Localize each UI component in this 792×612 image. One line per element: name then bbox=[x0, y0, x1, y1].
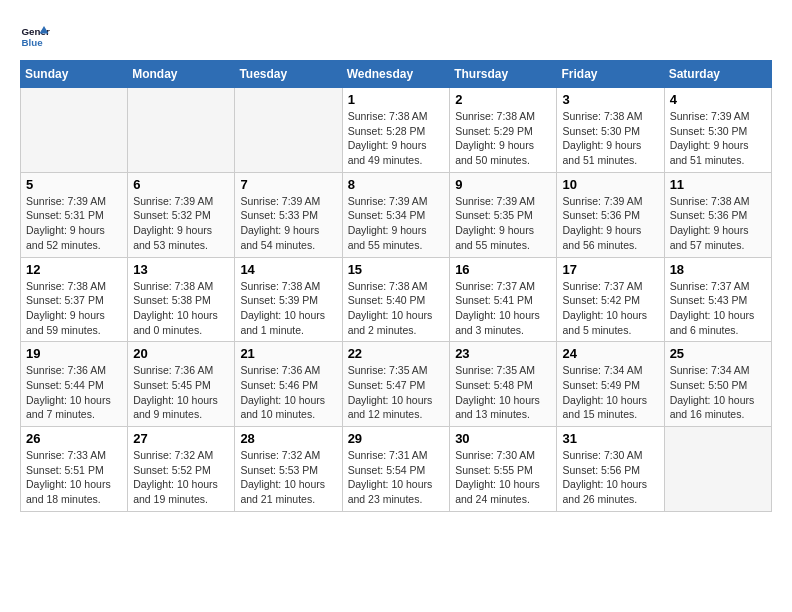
calendar-cell: 10Sunrise: 7:39 AMSunset: 5:36 PMDayligh… bbox=[557, 172, 664, 257]
day-info: Sunrise: 7:36 AMSunset: 5:45 PMDaylight:… bbox=[133, 363, 229, 422]
day-number: 3 bbox=[562, 92, 658, 107]
day-info: Sunrise: 7:38 AMSunset: 5:39 PMDaylight:… bbox=[240, 279, 336, 338]
calendar-cell: 28Sunrise: 7:32 AMSunset: 5:53 PMDayligh… bbox=[235, 427, 342, 512]
day-info: Sunrise: 7:32 AMSunset: 5:53 PMDaylight:… bbox=[240, 448, 336, 507]
day-number: 16 bbox=[455, 262, 551, 277]
day-number: 10 bbox=[562, 177, 658, 192]
day-info: Sunrise: 7:38 AMSunset: 5:36 PMDaylight:… bbox=[670, 194, 766, 253]
calendar-header-monday: Monday bbox=[128, 61, 235, 88]
logo-icon: General Blue bbox=[20, 20, 50, 50]
day-info: Sunrise: 7:35 AMSunset: 5:48 PMDaylight:… bbox=[455, 363, 551, 422]
calendar-cell: 14Sunrise: 7:38 AMSunset: 5:39 PMDayligh… bbox=[235, 257, 342, 342]
calendar-cell: 11Sunrise: 7:38 AMSunset: 5:36 PMDayligh… bbox=[664, 172, 771, 257]
day-number: 23 bbox=[455, 346, 551, 361]
day-number: 25 bbox=[670, 346, 766, 361]
calendar-cell: 5Sunrise: 7:39 AMSunset: 5:31 PMDaylight… bbox=[21, 172, 128, 257]
calendar-cell bbox=[21, 88, 128, 173]
calendar-cell: 31Sunrise: 7:30 AMSunset: 5:56 PMDayligh… bbox=[557, 427, 664, 512]
calendar-header-saturday: Saturday bbox=[664, 61, 771, 88]
calendar-week-row: 19Sunrise: 7:36 AMSunset: 5:44 PMDayligh… bbox=[21, 342, 772, 427]
calendar-table: SundayMondayTuesdayWednesdayThursdayFrid… bbox=[20, 60, 772, 512]
day-info: Sunrise: 7:39 AMSunset: 5:32 PMDaylight:… bbox=[133, 194, 229, 253]
day-number: 31 bbox=[562, 431, 658, 446]
calendar-cell: 23Sunrise: 7:35 AMSunset: 5:48 PMDayligh… bbox=[450, 342, 557, 427]
calendar-cell: 30Sunrise: 7:30 AMSunset: 5:55 PMDayligh… bbox=[450, 427, 557, 512]
calendar-cell bbox=[664, 427, 771, 512]
calendar-cell: 22Sunrise: 7:35 AMSunset: 5:47 PMDayligh… bbox=[342, 342, 450, 427]
logo: General Blue bbox=[20, 20, 50, 50]
day-number: 8 bbox=[348, 177, 445, 192]
calendar-header-tuesday: Tuesday bbox=[235, 61, 342, 88]
day-info: Sunrise: 7:38 AMSunset: 5:40 PMDaylight:… bbox=[348, 279, 445, 338]
calendar-cell: 27Sunrise: 7:32 AMSunset: 5:52 PMDayligh… bbox=[128, 427, 235, 512]
day-info: Sunrise: 7:30 AMSunset: 5:55 PMDaylight:… bbox=[455, 448, 551, 507]
day-info: Sunrise: 7:34 AMSunset: 5:50 PMDaylight:… bbox=[670, 363, 766, 422]
day-number: 22 bbox=[348, 346, 445, 361]
day-info: Sunrise: 7:33 AMSunset: 5:51 PMDaylight:… bbox=[26, 448, 122, 507]
calendar-cell: 6Sunrise: 7:39 AMSunset: 5:32 PMDaylight… bbox=[128, 172, 235, 257]
calendar-cell: 7Sunrise: 7:39 AMSunset: 5:33 PMDaylight… bbox=[235, 172, 342, 257]
calendar-cell: 3Sunrise: 7:38 AMSunset: 5:30 PMDaylight… bbox=[557, 88, 664, 173]
day-info: Sunrise: 7:37 AMSunset: 5:41 PMDaylight:… bbox=[455, 279, 551, 338]
day-number: 7 bbox=[240, 177, 336, 192]
calendar-cell: 19Sunrise: 7:36 AMSunset: 5:44 PMDayligh… bbox=[21, 342, 128, 427]
day-number: 30 bbox=[455, 431, 551, 446]
day-number: 18 bbox=[670, 262, 766, 277]
calendar-week-row: 5Sunrise: 7:39 AMSunset: 5:31 PMDaylight… bbox=[21, 172, 772, 257]
calendar-header-row: SundayMondayTuesdayWednesdayThursdayFrid… bbox=[21, 61, 772, 88]
calendar-cell: 18Sunrise: 7:37 AMSunset: 5:43 PMDayligh… bbox=[664, 257, 771, 342]
day-info: Sunrise: 7:38 AMSunset: 5:29 PMDaylight:… bbox=[455, 109, 551, 168]
calendar-header-friday: Friday bbox=[557, 61, 664, 88]
day-info: Sunrise: 7:38 AMSunset: 5:38 PMDaylight:… bbox=[133, 279, 229, 338]
calendar-cell: 9Sunrise: 7:39 AMSunset: 5:35 PMDaylight… bbox=[450, 172, 557, 257]
day-number: 13 bbox=[133, 262, 229, 277]
calendar-cell: 16Sunrise: 7:37 AMSunset: 5:41 PMDayligh… bbox=[450, 257, 557, 342]
calendar-cell: 4Sunrise: 7:39 AMSunset: 5:30 PMDaylight… bbox=[664, 88, 771, 173]
day-info: Sunrise: 7:32 AMSunset: 5:52 PMDaylight:… bbox=[133, 448, 229, 507]
day-info: Sunrise: 7:37 AMSunset: 5:42 PMDaylight:… bbox=[562, 279, 658, 338]
day-number: 1 bbox=[348, 92, 445, 107]
calendar-cell bbox=[235, 88, 342, 173]
day-number: 15 bbox=[348, 262, 445, 277]
calendar-cell: 13Sunrise: 7:38 AMSunset: 5:38 PMDayligh… bbox=[128, 257, 235, 342]
calendar-cell: 1Sunrise: 7:38 AMSunset: 5:28 PMDaylight… bbox=[342, 88, 450, 173]
calendar-cell bbox=[128, 88, 235, 173]
day-number: 6 bbox=[133, 177, 229, 192]
day-number: 28 bbox=[240, 431, 336, 446]
day-info: Sunrise: 7:38 AMSunset: 5:28 PMDaylight:… bbox=[348, 109, 445, 168]
day-number: 20 bbox=[133, 346, 229, 361]
day-number: 19 bbox=[26, 346, 122, 361]
page-header: General Blue bbox=[20, 20, 772, 50]
day-number: 9 bbox=[455, 177, 551, 192]
calendar-cell: 20Sunrise: 7:36 AMSunset: 5:45 PMDayligh… bbox=[128, 342, 235, 427]
day-info: Sunrise: 7:36 AMSunset: 5:44 PMDaylight:… bbox=[26, 363, 122, 422]
calendar-cell: 24Sunrise: 7:34 AMSunset: 5:49 PMDayligh… bbox=[557, 342, 664, 427]
day-info: Sunrise: 7:39 AMSunset: 5:31 PMDaylight:… bbox=[26, 194, 122, 253]
day-info: Sunrise: 7:35 AMSunset: 5:47 PMDaylight:… bbox=[348, 363, 445, 422]
day-number: 4 bbox=[670, 92, 766, 107]
day-info: Sunrise: 7:39 AMSunset: 5:35 PMDaylight:… bbox=[455, 194, 551, 253]
day-number: 17 bbox=[562, 262, 658, 277]
day-number: 26 bbox=[26, 431, 122, 446]
day-number: 2 bbox=[455, 92, 551, 107]
calendar-cell: 2Sunrise: 7:38 AMSunset: 5:29 PMDaylight… bbox=[450, 88, 557, 173]
day-number: 14 bbox=[240, 262, 336, 277]
day-info: Sunrise: 7:39 AMSunset: 5:30 PMDaylight:… bbox=[670, 109, 766, 168]
day-info: Sunrise: 7:37 AMSunset: 5:43 PMDaylight:… bbox=[670, 279, 766, 338]
day-info: Sunrise: 7:36 AMSunset: 5:46 PMDaylight:… bbox=[240, 363, 336, 422]
calendar-cell: 29Sunrise: 7:31 AMSunset: 5:54 PMDayligh… bbox=[342, 427, 450, 512]
calendar-cell: 8Sunrise: 7:39 AMSunset: 5:34 PMDaylight… bbox=[342, 172, 450, 257]
calendar-cell: 25Sunrise: 7:34 AMSunset: 5:50 PMDayligh… bbox=[664, 342, 771, 427]
day-info: Sunrise: 7:38 AMSunset: 5:37 PMDaylight:… bbox=[26, 279, 122, 338]
day-number: 12 bbox=[26, 262, 122, 277]
calendar-cell: 26Sunrise: 7:33 AMSunset: 5:51 PMDayligh… bbox=[21, 427, 128, 512]
day-info: Sunrise: 7:34 AMSunset: 5:49 PMDaylight:… bbox=[562, 363, 658, 422]
calendar-week-row: 12Sunrise: 7:38 AMSunset: 5:37 PMDayligh… bbox=[21, 257, 772, 342]
calendar-cell: 17Sunrise: 7:37 AMSunset: 5:42 PMDayligh… bbox=[557, 257, 664, 342]
day-info: Sunrise: 7:38 AMSunset: 5:30 PMDaylight:… bbox=[562, 109, 658, 168]
day-number: 29 bbox=[348, 431, 445, 446]
day-info: Sunrise: 7:39 AMSunset: 5:36 PMDaylight:… bbox=[562, 194, 658, 253]
day-number: 24 bbox=[562, 346, 658, 361]
calendar-cell: 21Sunrise: 7:36 AMSunset: 5:46 PMDayligh… bbox=[235, 342, 342, 427]
day-number: 21 bbox=[240, 346, 336, 361]
